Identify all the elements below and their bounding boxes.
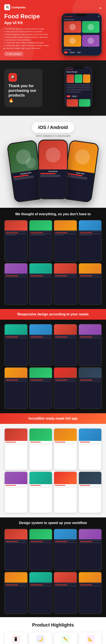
phones-showcase: Vegetable Salad Pasta Recipe xyxy=(4,142,102,202)
screen-list-items xyxy=(67,84,90,94)
highlight-card-3: 📐 Design System Included xyxy=(79,632,102,644)
mp-header-5 xyxy=(5,264,27,274)
mosaic-phone-r6 xyxy=(29,367,53,409)
screens-mosaic-2 xyxy=(4,324,102,409)
food-dot xyxy=(88,38,94,44)
responsive-tagline: Responsive design according to your need… xyxy=(4,312,102,316)
highlights-grid: 📱 120+ Screens iOS/Android 🌙 Light & Dar… xyxy=(4,632,102,644)
feature-item: Create, Edit, Save, Publish & Manage My … xyxy=(4,42,59,44)
mosaic-phone-l1 xyxy=(4,428,28,470)
mp-header-2 xyxy=(29,220,52,230)
mosaic-phone-l4 xyxy=(78,428,102,470)
tagline-1: We thought of everything, so you don't h… xyxy=(4,212,102,216)
showcase-screen-1: Vegetable Salad xyxy=(8,141,44,202)
list-item-3 xyxy=(67,89,90,90)
category-pills: All Popular New xyxy=(64,51,100,54)
screens-mosaic-1 xyxy=(4,220,102,305)
mp-header-1 xyxy=(5,220,27,230)
mp-body-3 xyxy=(54,230,77,236)
hero-content: Food Recipe App UI Kit Food Recipe App w… xyxy=(4,13,102,56)
ss-food-circle-3 xyxy=(74,148,91,165)
readymade-tagline: Incredible ready-made full app xyxy=(4,416,102,420)
mp-body-5 xyxy=(5,274,27,278)
figma-icon: F xyxy=(6,53,8,55)
mosaic-phone-3 xyxy=(54,220,77,262)
tag-popular: Popular xyxy=(71,95,77,98)
highlight-icon-1: 🌙 xyxy=(36,635,45,643)
brand-icon: 🍳 xyxy=(4,4,10,10)
recipe-card-3 xyxy=(64,35,81,47)
highlight-icon-0: 📱 xyxy=(11,635,20,643)
recipe-grid-mini xyxy=(64,21,100,48)
platform-title: iOS / Android xyxy=(38,125,68,130)
phone-notch xyxy=(76,14,87,16)
mosaic-phone-l7 xyxy=(54,472,77,513)
screen-card-3 xyxy=(83,74,90,83)
feature-item: Recipe Categories, Search, Recipe & Chef… xyxy=(4,33,59,36)
hero-left: Food Recipe App UI Kit Food Recipe App w… xyxy=(4,13,59,56)
ss-bar-sm-4 xyxy=(40,176,61,177)
mosaic-phone-d8 xyxy=(78,572,102,614)
mosaic-phone-d1 xyxy=(4,529,28,570)
mosaic-phone-d2 xyxy=(29,529,53,570)
thankyou-box: 🍳 Thank you for purchasing our products … xyxy=(4,69,42,107)
hero-subtitle: App UI Kit xyxy=(4,21,59,25)
thankyou-left: 🍳 Thank you for purchasing our products … xyxy=(4,69,51,107)
hero-features-list: Food Recipe App with Complete Screens & … xyxy=(4,28,59,50)
readymade-banner: Incredible ready-made full app xyxy=(0,413,106,424)
responsive-screens-section xyxy=(0,320,106,413)
mosaic-phone-2 xyxy=(29,220,53,262)
phone-screen-dark: Cookpedia Recent Recipes All xyxy=(65,67,92,106)
mosaic-phone-r8 xyxy=(78,367,102,409)
hero-phone-mockup: Cookpedia ☰ Recent Recipes xyxy=(61,13,102,56)
light-screens-section xyxy=(0,424,106,518)
mosaic-phone-1 xyxy=(4,220,28,262)
food-dot xyxy=(69,24,76,30)
screen-recipe-row xyxy=(67,99,90,106)
platform-sub: 100% Editable & Customizable xyxy=(4,134,102,138)
cat-popular[interactable]: Popular xyxy=(69,51,76,54)
recipe-thumb-2 xyxy=(79,99,90,106)
food-dot xyxy=(69,38,76,44)
mp-body-6 xyxy=(29,274,52,278)
recipe-card-2 xyxy=(82,21,100,33)
showcase-screen-3: Burger Meal xyxy=(63,141,99,202)
screen-tags: All Popular xyxy=(67,95,90,98)
feature-item: Food Recipe App with Complete Screens & … xyxy=(4,28,59,30)
hero-phone-screen: Cookpedia ☰ Recent Recipes xyxy=(62,14,101,55)
ss-bar-2 xyxy=(40,173,55,174)
app-logo-mini: Cookpedia xyxy=(64,16,72,18)
showcase-screen-2: Pasta Recipe xyxy=(39,140,67,198)
hero-section: 🍳 Cookpedia ✦ ✦ Food Recipe App UI Kit F… xyxy=(0,0,106,60)
recent-label: Recent Recipes xyxy=(64,19,100,20)
recipe-card-4 xyxy=(82,35,100,47)
cat-new[interactable]: New xyxy=(76,51,81,54)
mosaic-phone-d7 xyxy=(54,572,77,614)
ss-food-bg-3 xyxy=(67,141,99,173)
hand-phone: Cookpedia Recent Recipes All xyxy=(55,67,102,109)
thankyou-icon: 🍳 xyxy=(8,73,17,82)
mp-body-8 xyxy=(79,274,102,278)
mosaic-phone-l2 xyxy=(29,428,53,470)
screen-card-1 xyxy=(67,74,74,83)
mosaic-phone-r4 xyxy=(78,324,102,366)
brand-name: Cookpedia xyxy=(11,6,25,9)
thankyou-text: Thank you for purchasing our products xyxy=(8,84,38,98)
feature-item: Recipe Details (Create Recipe Descriptio… xyxy=(4,36,59,38)
phone-in-hand: Cookpedia Recent Recipes All xyxy=(65,67,92,107)
highlights-section: Product Highlights 📱 120+ Screens iOS/An… xyxy=(0,617,106,644)
feature-item: Instructions & Comment Mention xyxy=(4,39,59,41)
mp-body-4 xyxy=(79,230,102,236)
mp-header-8 xyxy=(79,264,102,274)
cat-all[interactable]: All xyxy=(64,51,68,54)
mosaic-phone-r1 xyxy=(4,324,28,366)
list-item-4 xyxy=(67,91,81,93)
mosaic-phone-d5 xyxy=(4,572,28,614)
mosaic-phone-5 xyxy=(4,263,28,305)
highlight-icon-3: 📐 xyxy=(86,635,95,643)
list-item-2 xyxy=(67,86,90,88)
mp-body-7 xyxy=(54,274,77,278)
fire-emoji: 🔥 xyxy=(8,98,14,102)
mosaic-phone-r3 xyxy=(54,324,77,366)
thankyou-right: Cookpedia Recent Recipes All xyxy=(55,67,102,109)
